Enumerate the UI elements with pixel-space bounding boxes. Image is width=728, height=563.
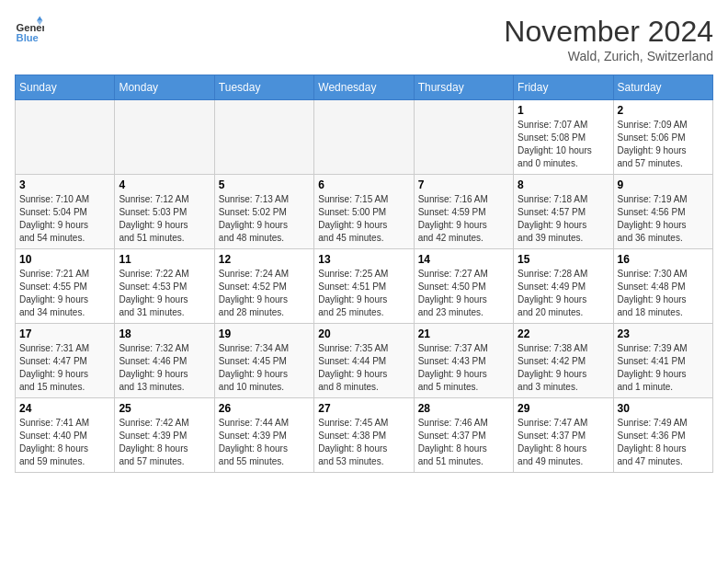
calendar-cell: 23Sunrise: 7:39 AM Sunset: 4:41 PM Dayli… (613, 324, 712, 398)
day-number: 20 (318, 327, 409, 340)
month-title: November 2024 (504, 15, 713, 49)
calendar-cell: 27Sunrise: 7:45 AM Sunset: 4:38 PM Dayli… (314, 398, 414, 473)
day-info: Sunrise: 7:12 AM Sunset: 5:03 PM Dayligh… (119, 193, 210, 245)
calendar-cell: 16Sunrise: 7:30 AM Sunset: 4:48 PM Dayli… (613, 249, 712, 324)
calendar-cell (115, 100, 214, 175)
day-number: 18 (119, 327, 210, 340)
logo: General Blue (15, 15, 44, 44)
day-info: Sunrise: 7:32 AM Sunset: 4:46 PM Dayligh… (119, 342, 210, 394)
day-info: Sunrise: 7:39 AM Sunset: 4:41 PM Dayligh… (618, 342, 709, 394)
calendar-cell: 30Sunrise: 7:49 AM Sunset: 4:36 PM Dayli… (613, 398, 712, 473)
header-day-monday: Monday (115, 75, 214, 100)
calendar-cell: 8Sunrise: 7:18 AM Sunset: 4:57 PM Daylig… (514, 175, 613, 249)
day-info: Sunrise: 7:45 AM Sunset: 4:38 PM Dayligh… (318, 417, 409, 468)
header-day-tuesday: Tuesday (214, 75, 313, 100)
location-subtitle: Wald, Zurich, Switzerland (504, 49, 713, 63)
day-info: Sunrise: 7:13 AM Sunset: 5:02 PM Dayligh… (219, 193, 310, 245)
calendar-cell: 10Sunrise: 7:21 AM Sunset: 4:55 PM Dayli… (16, 249, 115, 324)
day-info: Sunrise: 7:22 AM Sunset: 4:53 PM Dayligh… (119, 268, 210, 319)
calendar-week-3: 10Sunrise: 7:21 AM Sunset: 4:55 PM Dayli… (16, 249, 713, 324)
day-number: 13 (318, 253, 409, 266)
day-number: 4 (119, 178, 210, 191)
day-info: Sunrise: 7:41 AM Sunset: 4:40 PM Dayligh… (19, 417, 110, 468)
day-number: 12 (219, 253, 310, 266)
day-number: 14 (418, 253, 509, 266)
day-info: Sunrise: 7:15 AM Sunset: 5:00 PM Dayligh… (318, 193, 409, 245)
day-number: 26 (219, 402, 310, 415)
day-number: 19 (219, 327, 310, 340)
day-number: 24 (19, 402, 110, 415)
calendar-cell: 2Sunrise: 7:09 AM Sunset: 5:06 PM Daylig… (613, 100, 712, 175)
calendar-cell: 12Sunrise: 7:24 AM Sunset: 4:52 PM Dayli… (214, 249, 313, 324)
day-number: 6 (318, 178, 409, 191)
header-day-sunday: Sunday (16, 75, 115, 100)
calendar-cell: 29Sunrise: 7:47 AM Sunset: 4:37 PM Dayli… (514, 398, 613, 473)
day-info: Sunrise: 7:09 AM Sunset: 5:06 PM Dayligh… (618, 119, 709, 170)
day-number: 28 (418, 402, 509, 415)
calendar-cell: 18Sunrise: 7:32 AM Sunset: 4:46 PM Dayli… (115, 324, 214, 398)
calendar-header: SundayMondayTuesdayWednesdayThursdayFrid… (16, 75, 713, 100)
day-number: 8 (518, 178, 609, 191)
calendar-cell: 5Sunrise: 7:13 AM Sunset: 5:02 PM Daylig… (214, 175, 313, 249)
calendar-cell: 14Sunrise: 7:27 AM Sunset: 4:50 PM Dayli… (414, 249, 513, 324)
day-number: 25 (119, 402, 210, 415)
calendar-week-1: 1Sunrise: 7:07 AM Sunset: 5:08 PM Daylig… (16, 100, 713, 175)
calendar-cell: 19Sunrise: 7:34 AM Sunset: 4:45 PM Dayli… (214, 324, 313, 398)
day-number: 5 (219, 178, 310, 191)
calendar-cell: 26Sunrise: 7:44 AM Sunset: 4:39 PM Dayli… (214, 398, 313, 473)
calendar-cell: 25Sunrise: 7:42 AM Sunset: 4:39 PM Dayli… (115, 398, 214, 473)
calendar-week-5: 24Sunrise: 7:41 AM Sunset: 4:40 PM Dayli… (16, 398, 713, 473)
day-info: Sunrise: 7:21 AM Sunset: 4:55 PM Dayligh… (19, 268, 110, 319)
calendar-cell (414, 100, 513, 175)
calendar-cell: 13Sunrise: 7:25 AM Sunset: 4:51 PM Dayli… (314, 249, 414, 324)
calendar-cell (16, 100, 115, 175)
calendar-cell: 15Sunrise: 7:28 AM Sunset: 4:49 PM Dayli… (514, 249, 613, 324)
calendar-cell: 1Sunrise: 7:07 AM Sunset: 5:08 PM Daylig… (514, 100, 613, 175)
calendar-cell: 20Sunrise: 7:35 AM Sunset: 4:44 PM Dayli… (314, 324, 414, 398)
day-number: 27 (318, 402, 409, 415)
svg-marker-2 (37, 17, 42, 21)
page-header: General Blue November 2024 Wald, Zurich,… (15, 15, 713, 63)
calendar-table: SundayMondayTuesdayWednesdayThursdayFrid… (15, 75, 713, 473)
day-info: Sunrise: 7:35 AM Sunset: 4:44 PM Dayligh… (318, 342, 409, 394)
header-day-thursday: Thursday (414, 75, 513, 100)
calendar-cell (314, 100, 414, 175)
day-number: 30 (618, 402, 709, 415)
day-info: Sunrise: 7:30 AM Sunset: 4:48 PM Dayligh… (618, 268, 709, 319)
calendar-cell: 4Sunrise: 7:12 AM Sunset: 5:03 PM Daylig… (115, 175, 214, 249)
header-row: SundayMondayTuesdayWednesdayThursdayFrid… (16, 75, 713, 100)
calendar-cell: 7Sunrise: 7:16 AM Sunset: 4:59 PM Daylig… (414, 175, 513, 249)
calendar-cell: 11Sunrise: 7:22 AM Sunset: 4:53 PM Dayli… (115, 249, 214, 324)
day-info: Sunrise: 7:18 AM Sunset: 4:57 PM Dayligh… (518, 193, 609, 245)
calendar-cell: 3Sunrise: 7:10 AM Sunset: 5:04 PM Daylig… (16, 175, 115, 249)
calendar-cell: 24Sunrise: 7:41 AM Sunset: 4:40 PM Dayli… (16, 398, 115, 473)
header-day-saturday: Saturday (613, 75, 712, 100)
svg-text:Blue: Blue (17, 32, 39, 43)
day-info: Sunrise: 7:49 AM Sunset: 4:36 PM Dayligh… (618, 417, 709, 468)
day-number: 2 (618, 104, 709, 117)
calendar-cell: 6Sunrise: 7:15 AM Sunset: 5:00 PM Daylig… (314, 175, 414, 249)
day-info: Sunrise: 7:34 AM Sunset: 4:45 PM Dayligh… (219, 342, 310, 394)
calendar-week-4: 17Sunrise: 7:31 AM Sunset: 4:47 PM Dayli… (16, 324, 713, 398)
day-info: Sunrise: 7:47 AM Sunset: 4:37 PM Dayligh… (518, 417, 609, 468)
day-number: 21 (418, 327, 509, 340)
calendar-cell: 22Sunrise: 7:38 AM Sunset: 4:42 PM Dayli… (514, 324, 613, 398)
day-info: Sunrise: 7:07 AM Sunset: 5:08 PM Dayligh… (518, 119, 609, 170)
day-info: Sunrise: 7:27 AM Sunset: 4:50 PM Dayligh… (418, 268, 509, 319)
calendar-cell: 9Sunrise: 7:19 AM Sunset: 4:56 PM Daylig… (613, 175, 712, 249)
day-number: 16 (618, 253, 709, 266)
header-day-wednesday: Wednesday (314, 75, 414, 100)
title-block: November 2024 Wald, Zurich, Switzerland (504, 15, 713, 63)
day-info: Sunrise: 7:16 AM Sunset: 4:59 PM Dayligh… (418, 193, 509, 245)
day-number: 29 (518, 402, 609, 415)
day-number: 9 (618, 178, 709, 191)
day-info: Sunrise: 7:10 AM Sunset: 5:04 PM Dayligh… (19, 193, 110, 245)
day-number: 7 (418, 178, 509, 191)
day-info: Sunrise: 7:25 AM Sunset: 4:51 PM Dayligh… (318, 268, 409, 319)
day-number: 23 (618, 327, 709, 340)
day-info: Sunrise: 7:46 AM Sunset: 4:37 PM Dayligh… (418, 417, 509, 468)
day-info: Sunrise: 7:44 AM Sunset: 4:39 PM Dayligh… (219, 417, 310, 468)
day-number: 22 (518, 327, 609, 340)
day-number: 10 (19, 253, 110, 266)
header-day-friday: Friday (514, 75, 613, 100)
